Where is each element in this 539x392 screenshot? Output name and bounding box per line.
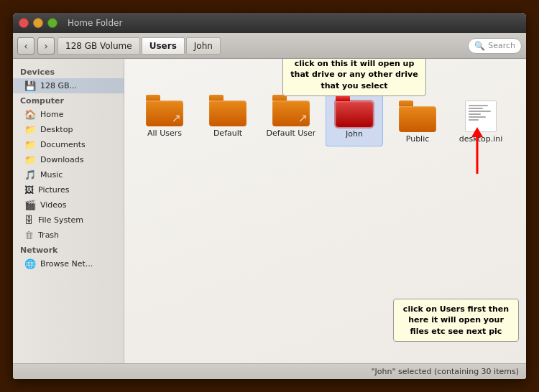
- file-manager-window: Home Folder ‹ › 128 GB Volume Users John…: [13, 13, 526, 379]
- folder-icon-public: [399, 101, 436, 132]
- sidebar-label-pictures: Pictures: [38, 185, 70, 195]
- annotation-bottom: click on Users first then here it will o…: [393, 299, 519, 342]
- maximize-button[interactable]: [47, 18, 57, 28]
- sidebar-label-trash: Trash: [38, 230, 59, 240]
- folder-label-john: John: [346, 129, 363, 139]
- desktop-folder-icon: 📁: [24, 124, 36, 135]
- sidebar-item-network[interactable]: 🌐 Browse Net...: [13, 256, 124, 271]
- folder-label-all-users: All Users: [147, 129, 182, 138]
- computer-section-title: Computer: [13, 93, 124, 107]
- sidebar-item-filesystem[interactable]: 🗄 File System: [13, 213, 124, 228]
- folder-label-default-user: Default User: [267, 129, 316, 138]
- sidebar-item-videos[interactable]: 🎬 Videos: [13, 197, 124, 213]
- svg-marker-3: [471, 127, 483, 137]
- breadcrumb-users[interactable]: Users: [142, 37, 185, 55]
- trash-icon: 🗑: [24, 230, 34, 241]
- folder-default-user[interactable]: ↗ Default User: [262, 92, 320, 146]
- search-box[interactable]: 🔍 Search: [468, 38, 522, 54]
- search-icon: 🔍: [474, 41, 485, 51]
- statusbar: "John" selected (containing 30 items): [13, 363, 526, 379]
- sidebar-label-network: Browse Net...: [40, 259, 93, 269]
- sidebar-item-home[interactable]: 🏠 Home: [13, 107, 124, 122]
- window-title: Home Folder: [68, 18, 122, 28]
- sidebar-label-documents: Documents: [40, 140, 86, 149]
- close-button[interactable]: [19, 18, 29, 28]
- sidebar-item-trash[interactable]: 🗑 Trash: [13, 228, 124, 243]
- toolbar: ‹ › 128 GB Volume Users John 🔍 Search: [13, 33, 526, 59]
- hdd-icon: 💾: [24, 80, 36, 91]
- sidebar-label-home: Home: [40, 110, 63, 119]
- annotation-top: click on this it will open up that drive…: [282, 59, 426, 96]
- status-text: "John" selected (containing 30 items): [372, 367, 519, 376]
- folder-label-default: Default: [213, 129, 242, 138]
- folder-default[interactable]: Default: [199, 92, 257, 146]
- sidebar-item-label-128gb: 128 GB...: [40, 81, 77, 90]
- folder-icon-default-user: ↗: [272, 95, 310, 126]
- music-icon: 🎵: [24, 169, 36, 180]
- home-icon: 🏠: [24, 109, 36, 120]
- forward-button[interactable]: ›: [37, 37, 55, 55]
- sidebar-label-filesystem: File System: [38, 215, 83, 225]
- folder-public[interactable]: Public: [389, 98, 446, 146]
- sidebar-item-music[interactable]: 🎵 Music: [13, 167, 124, 182]
- pictures-icon: 🖼: [24, 185, 34, 195]
- file-area: click on this it will open up that drive…: [124, 59, 526, 363]
- folder-icon-default: [209, 95, 247, 126]
- folder-label-public: Public: [406, 134, 430, 144]
- sidebar-item-documents[interactable]: 📁 Documents: [13, 137, 124, 152]
- filesystem-icon: 🗄: [24, 215, 34, 225]
- devices-section-title: Devices: [13, 65, 124, 78]
- sidebar-label-music: Music: [40, 170, 63, 179]
- minimize-button[interactable]: [33, 18, 43, 28]
- sidebar-item-128gb[interactable]: 💾 128 GB...: [13, 78, 124, 93]
- sidebar-label-videos: Videos: [40, 200, 67, 210]
- search-label: Search: [488, 41, 515, 50]
- sidebar-item-downloads[interactable]: 📁 Downloads: [13, 152, 124, 167]
- folder-icon-all-users: ↗: [146, 95, 183, 126]
- sidebar-label-desktop: Desktop: [40, 125, 73, 134]
- sidebar-item-desktop[interactable]: 📁 Desktop: [13, 122, 124, 137]
- main-content: Devices 💾 128 GB... Computer 🏠 Home 📁 De…: [13, 59, 526, 363]
- documents-folder-icon: 📁: [24, 139, 36, 150]
- titlebar: Home Folder: [13, 13, 526, 33]
- breadcrumb-area: 128 GB Volume Users John: [57, 37, 465, 55]
- sidebar-label-downloads: Downloads: [40, 155, 83, 164]
- back-button[interactable]: ‹: [17, 37, 34, 55]
- red-arrow-john: [470, 127, 484, 179]
- folder-all-users[interactable]: ↗ All Users: [136, 92, 193, 146]
- videos-icon: 🎬: [24, 200, 36, 210]
- sidebar-item-pictures[interactable]: 🖼 Pictures: [13, 182, 124, 197]
- breadcrumb-128gb[interactable]: 128 GB Volume: [57, 37, 140, 55]
- file-grid: ↗ All Users Default: [136, 92, 515, 146]
- downloads-folder-icon: 📁: [24, 154, 36, 165]
- network-icon: 🌐: [24, 258, 36, 269]
- network-section-title: Network: [13, 243, 124, 256]
- breadcrumb-john[interactable]: John: [186, 37, 221, 55]
- sidebar: Devices 💾 128 GB... Computer 🏠 Home 📁 De…: [13, 59, 124, 363]
